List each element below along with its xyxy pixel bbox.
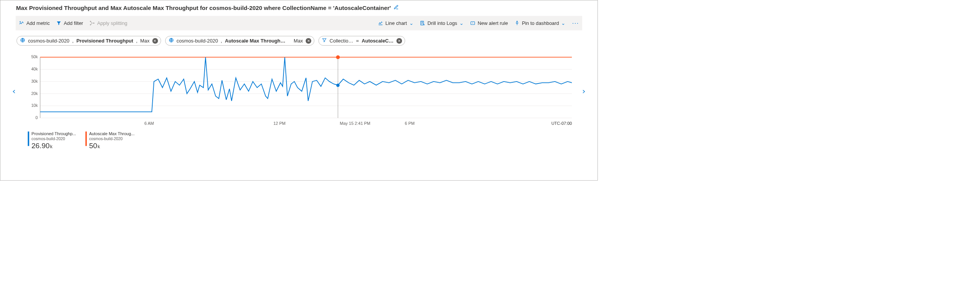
chart-plot[interactable]: 50k40k30k20k10k0: [26, 55, 572, 120]
chevron-down-icon: ⌄: [561, 20, 565, 26]
legend-value: 26.90: [31, 142, 49, 150]
svg-text:50k: 50k: [31, 55, 38, 59]
chevron-down-icon: ⌄: [459, 20, 464, 26]
add-metric-button[interactable]: Add metric: [19, 20, 50, 26]
x-tick-label: 6 AM: [144, 121, 154, 126]
legend-item[interactable]: Autoscale Max Throug... cosmos-build-202…: [85, 131, 135, 150]
apply-splitting-button: Apply splitting: [90, 20, 127, 26]
filter-pill[interactable]: Collectio… = AutoscaleC… ✕: [319, 36, 405, 46]
svg-text:0: 0: [36, 116, 38, 120]
legend-resource: cosmos-build-2020: [31, 137, 76, 141]
remove-pill-icon[interactable]: ✕: [396, 38, 402, 44]
scope-icon: [20, 38, 25, 44]
new-alert-button[interactable]: New alert rule: [470, 20, 508, 26]
svg-point-0: [90, 21, 91, 22]
legend-unit: k: [50, 144, 52, 149]
svg-point-22: [336, 83, 340, 87]
x-axis: 6 AM12 PM6 PM May 15 2:41 PM UTC-07:00: [26, 121, 572, 128]
chart-type-label: Line chart: [386, 20, 407, 26]
svg-point-21: [336, 56, 340, 59]
legend-row: Provisioned Throughp... cosmos-build-202…: [0, 128, 598, 150]
remove-pill-icon[interactable]: ✕: [306, 38, 311, 44]
legend-name: Provisioned Throughp...: [31, 131, 76, 136]
add-filter-label: Add filter: [64, 20, 83, 26]
pin-dashboard-label: Pin to dashboard: [522, 20, 559, 26]
more-actions-button[interactable]: ···: [572, 20, 579, 26]
pill-agg: Max: [294, 38, 303, 44]
metric-pill[interactable]: cosmos-build-2020, Provisioned Throughpu…: [16, 36, 161, 46]
pill-metric: Autoscale Max Through…: [225, 38, 285, 44]
pill-metric: Provisioned Throughput: [77, 38, 133, 44]
filter-value: AutoscaleC…: [362, 38, 394, 44]
add-metric-label: Add metric: [26, 20, 50, 26]
filter-op: =: [356, 38, 359, 44]
svg-text:10k: 10k: [31, 103, 38, 108]
chart-area: 50k40k30k20k10k0 6 AM12 PM6 PM May 15 2:…: [10, 55, 588, 128]
chart-title: Max Provisioned Throughput and Max Autos…: [16, 5, 391, 11]
svg-text:40k: 40k: [31, 67, 38, 71]
pill-scope: cosmos-build-2020: [28, 38, 69, 44]
metric-pill-row: cosmos-build-2020, Provisioned Throughpu…: [0, 30, 598, 48]
svg-text:30k: 30k: [31, 79, 38, 83]
timezone-label: UTC-07:00: [551, 121, 572, 126]
remove-pill-icon[interactable]: ✕: [152, 38, 158, 44]
metric-chart-panel: { "title": "Max Provisioned Throughput a…: [0, 0, 598, 181]
add-filter-button[interactable]: Add filter: [56, 20, 83, 26]
legend-item[interactable]: Provisioned Throughp... cosmos-build-202…: [28, 131, 76, 150]
legend-swatch: [28, 131, 29, 146]
apply-splitting-label: Apply splitting: [97, 20, 127, 26]
x-tick-label: 12 PM: [273, 121, 286, 126]
legend-name: Autoscale Max Throug...: [89, 131, 135, 136]
legend-value: 50: [89, 142, 97, 150]
pin-dashboard-button[interactable]: Pin to dashboard ⌄: [514, 20, 565, 26]
drill-logs-button[interactable]: Drill into Logs ⌄: [420, 20, 464, 26]
next-time-range-button[interactable]: [579, 88, 588, 96]
chart-toolbar: Add metric Add filter Apply splitting Li…: [16, 16, 582, 30]
new-alert-label: New alert rule: [478, 20, 508, 26]
x-tick-label: 6 PM: [405, 121, 415, 126]
prev-time-range-button[interactable]: [10, 88, 19, 96]
svg-text:20k: 20k: [31, 92, 38, 96]
legend-unit: k: [98, 144, 100, 149]
filter-key: Collectio…: [330, 38, 353, 44]
pill-scope: cosmos-build-2020: [177, 38, 218, 44]
pill-agg: Max: [140, 38, 150, 44]
svg-point-1: [90, 25, 91, 25]
chart-type-button[interactable]: Line chart ⌄: [378, 20, 413, 26]
filter-icon: [322, 38, 327, 44]
legend-swatch: [85, 131, 87, 146]
edit-title-icon[interactable]: [394, 5, 399, 11]
legend-resource: cosmos-build-2020: [89, 137, 135, 141]
chevron-down-icon: ⌄: [409, 20, 413, 26]
chart-title-row: Max Provisioned Throughput and Max Autos…: [0, 0, 598, 16]
cursor-time-label: May 15 2:41 PM: [340, 121, 370, 126]
drill-logs-label: Drill into Logs: [428, 20, 457, 26]
metric-pill[interactable]: cosmos-build-2020, Autoscale Max Through…: [165, 36, 314, 46]
scope-icon: [169, 38, 174, 44]
